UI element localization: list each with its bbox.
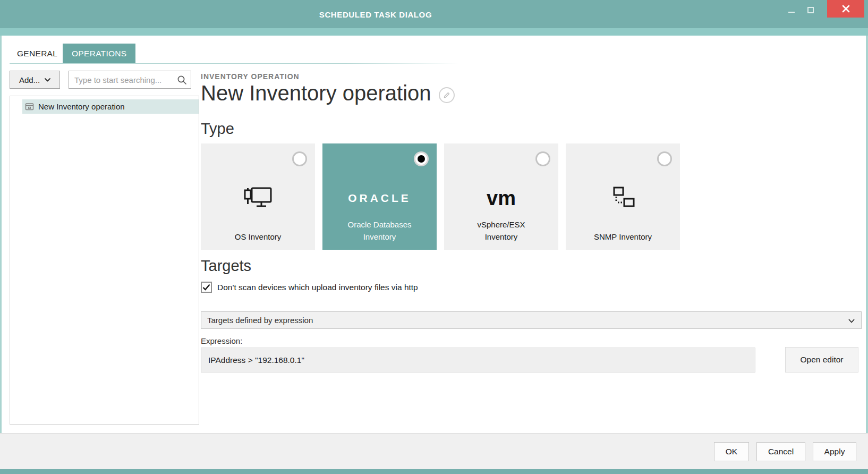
- targets-select[interactable]: Targets defined by expression: [201, 311, 862, 329]
- checkbox-checked-icon[interactable]: [201, 282, 212, 293]
- search-box: [69, 71, 191, 89]
- search-icon[interactable]: [177, 75, 187, 85]
- open-editor-button[interactable]: Open editor: [785, 347, 858, 373]
- radio-unselected-icon[interactable]: [535, 151, 550, 166]
- titlebar: SCHEDULED TASK DIALOG: [0, 0, 868, 28]
- snmp-icon: [610, 186, 636, 210]
- checkbox-label[interactable]: Don't scan devices which upload inventor…: [217, 283, 418, 292]
- type-option-label: vSphere/ESX Inventory: [449, 219, 553, 243]
- dialog-bottom-border: [0, 469, 868, 474]
- pencil-icon: [443, 91, 450, 99]
- minimize-button[interactable]: [782, 0, 801, 18]
- type-option-label: Oracle Databases Inventory: [328, 219, 431, 243]
- operations-tree-panel: New Inventory operation: [10, 96, 199, 425]
- type-option-label: SNMP Inventory: [571, 231, 675, 243]
- type-option-label: OS Inventory: [206, 231, 310, 243]
- dont-scan-checkbox-row: Don't scan devices which upload inventor…: [201, 282, 418, 293]
- maximize-icon: [807, 7, 814, 13]
- page-title-row: New Inventory operation: [201, 81, 455, 105]
- os-inventory-icon: [243, 186, 274, 210]
- tree-item-new-inventory-operation[interactable]: New Inventory operation: [22, 99, 199, 114]
- minimize-icon: [788, 12, 795, 13]
- tab-operations[interactable]: OPERATIONS: [63, 44, 135, 64]
- page-title: New Inventory operation: [201, 81, 431, 105]
- cancel-button[interactable]: Cancel: [756, 442, 805, 461]
- maximize-button[interactable]: [801, 0, 820, 18]
- package-icon: [25, 102, 34, 111]
- close-icon: [842, 5, 850, 13]
- add-dropdown-button[interactable]: Add...: [10, 71, 60, 89]
- apply-button[interactable]: Apply: [813, 442, 856, 461]
- radio-selected-icon[interactable]: [414, 151, 429, 166]
- titlebar-accent-strip: [0, 28, 868, 36]
- vmware-logo: vm: [487, 187, 516, 210]
- type-option-vsphere-esx-inventory[interactable]: vm vSphere/ESX Inventory: [444, 143, 558, 250]
- targets-heading: Targets: [201, 257, 251, 275]
- type-option-snmp-inventory[interactable]: SNMP Inventory: [566, 143, 680, 250]
- type-option-os-inventory[interactable]: OS Inventory: [201, 143, 315, 250]
- dialog-right-border: [866, 36, 868, 469]
- type-option-oracle-databases-inventory[interactable]: ORACLE Oracle Databases Inventory: [322, 143, 437, 250]
- section-eyebrow: INVENTORY OPERATION: [201, 72, 300, 81]
- scheduled-task-dialog: SCHEDULED TASK DIALOG GENERAL OPERATIONS…: [0, 0, 868, 474]
- chevron-down-icon: [848, 316, 861, 325]
- radio-unselected-icon[interactable]: [292, 151, 307, 166]
- targets-select-value: Targets defined by expression: [201, 316, 848, 325]
- tree-item-label: New Inventory operation: [38, 102, 125, 111]
- edit-title-button[interactable]: [439, 87, 455, 103]
- dialog-title: SCHEDULED TASK DIALOG: [0, 0, 751, 28]
- tab-general[interactable]: GENERAL: [10, 44, 65, 64]
- ok-button[interactable]: OK: [714, 442, 749, 461]
- chevron-down-icon: [45, 78, 50, 82]
- expression-input[interactable]: [201, 348, 755, 373]
- dialog-left-border: [0, 36, 2, 469]
- add-button-label: Add...: [19, 75, 40, 84]
- tab-underline: [10, 63, 458, 64]
- radio-unselected-icon[interactable]: [657, 151, 672, 166]
- close-button[interactable]: [827, 0, 864, 18]
- expression-label: Expression:: [201, 336, 242, 345]
- type-options: OS Inventory ORACLE Oracle Databases Inv…: [201, 143, 680, 250]
- dialog-footer: OK Cancel Apply: [0, 433, 868, 469]
- type-heading: Type: [201, 120, 234, 138]
- search-input[interactable]: [69, 71, 173, 88]
- oracle-logo: ORACLE: [348, 192, 411, 205]
